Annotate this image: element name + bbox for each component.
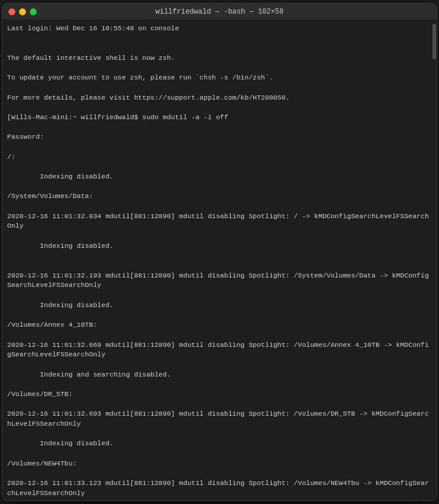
terminal-window: willfriedwald — -bash — 102×58 Last logi…: [2, 3, 437, 501]
terminal-line: Password:: [7, 132, 432, 142]
terminal-line: 2020-12-16 11:01:32.193 mdutil[881:12890…: [7, 271, 432, 291]
terminal-line: Indexing disabled.: [7, 439, 432, 449]
terminal-line: Indexing disabled.: [7, 241, 432, 251]
terminal-line: Last login: Wed Dec 16 10:55:48 on conso…: [7, 24, 432, 34]
terminal-line: /Volumes/DR_5TB:: [7, 390, 432, 400]
terminal-line: /Volumes/NEW4Tbu:: [7, 459, 432, 469]
terminal-output[interactable]: Last login: Wed Dec 16 10:55:48 on conso…: [2, 20, 437, 500]
window-title: willfriedwald — -bash — 102×58: [155, 8, 284, 16]
terminal-line: To update your account to use zsh, pleas…: [7, 73, 432, 83]
terminal-line: 2020-12-16 11:01:32.669 mdutil[881:12890…: [7, 340, 432, 360]
maximize-button[interactable]: [30, 8, 37, 15]
terminal-line: 2020-12-16 11:01:32.034 mdutil[881:12890…: [7, 212, 432, 231]
scrollbar-thumb[interactable]: [432, 24, 436, 59]
minimize-button[interactable]: [19, 8, 26, 15]
terminal-line: Indexing disabled.: [7, 301, 432, 311]
terminal-line: 2020-12-16 11:01:32.693 mdutil[881:12890…: [7, 409, 432, 429]
terminal-line: /System/Volumes/Data:: [7, 192, 432, 202]
terminal-line: /:: [7, 152, 432, 162]
traffic-lights: [8, 8, 37, 15]
titlebar: willfriedwald — -bash — 102×58: [2, 4, 437, 20]
terminal-line: /Volumes/Annex 4_10TB:: [7, 320, 432, 330]
terminal-line: Indexing and searching disabled.: [7, 370, 432, 380]
terminal-line: 2020-12-16 11:01:33.123 mdutil[881:12890…: [7, 479, 432, 498]
close-button[interactable]: [8, 8, 15, 15]
terminal-line: Indexing disabled.: [7, 172, 432, 182]
terminal-line: [Wills-Mac-mini:~ willfriedwald$ sudo md…: [7, 113, 432, 123]
terminal-line: For more details, please visit https://s…: [7, 93, 432, 103]
terminal-line: The default interactive shell is now zsh…: [7, 53, 432, 63]
